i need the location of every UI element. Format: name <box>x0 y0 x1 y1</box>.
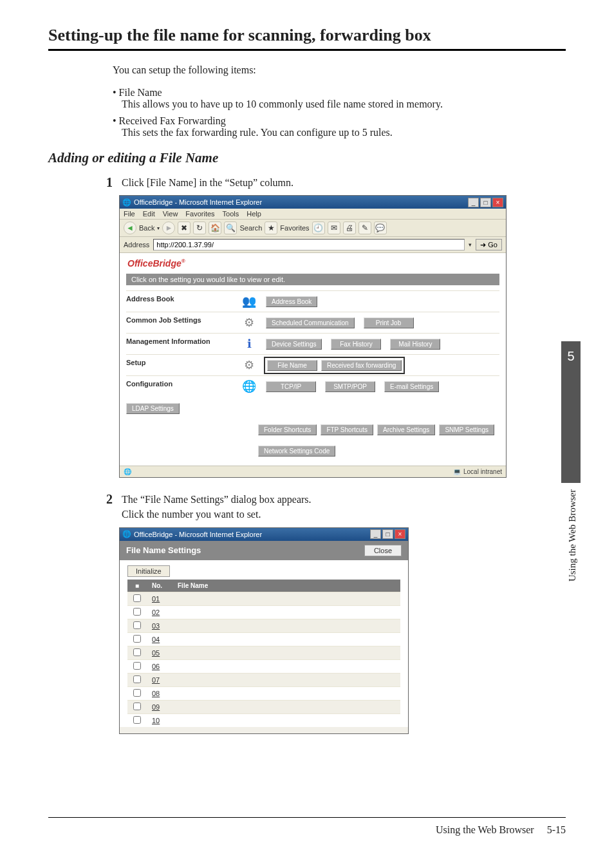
table-row: 03 <box>127 619 400 632</box>
maximize-button[interactable]: □ <box>382 529 393 539</box>
folder-shortcuts-button[interactable]: Folder Shortcuts <box>258 424 317 435</box>
favorites-icon[interactable]: ★ <box>265 222 277 234</box>
home-button[interactable]: 🏠 <box>209 222 221 234</box>
initialize-button[interactable]: Initialize <box>127 565 170 577</box>
fax-history-button[interactable]: Fax History <box>331 339 381 350</box>
menu-favorites[interactable]: Favorites <box>185 210 214 218</box>
address-book-button[interactable]: Address Book <box>266 296 317 307</box>
row-number-link[interactable]: 03 <box>147 619 172 632</box>
print-button[interactable]: 🖨 <box>343 222 356 234</box>
search-icon[interactable]: 🔍 <box>224 222 237 234</box>
refresh-button[interactable]: ↻ <box>193 222 206 234</box>
row-filename <box>172 592 400 605</box>
history-button[interactable]: 🕘 <box>312 222 325 234</box>
back-label: Back <box>139 224 154 232</box>
email-settings-button[interactable]: E-mail Settings <box>384 381 439 392</box>
row-filename <box>172 700 400 713</box>
row-checkbox[interactable] <box>133 675 141 683</box>
stop-button[interactable]: ✖ <box>178 222 191 234</box>
row-number-link[interactable]: 07 <box>147 673 172 686</box>
row-number-link[interactable]: 02 <box>147 605 172 619</box>
row-number-link[interactable]: 09 <box>147 700 172 713</box>
row-filename <box>172 713 400 727</box>
dialog-header: File Name Settings Close <box>120 541 408 560</box>
section-config: Configuration 🌐 TCP/IP SMTP/POP E-mail S… <box>126 375 499 459</box>
print-job-button[interactable]: Print Job <box>364 317 414 328</box>
row-number-link[interactable]: 10 <box>147 713 172 727</box>
tcpip-button[interactable]: TCP/IP <box>266 381 316 392</box>
row-checkbox[interactable] <box>133 594 141 602</box>
bullet-head: File Name <box>113 87 566 99</box>
col-filename: File Name <box>172 580 400 592</box>
back-button[interactable]: ◄ <box>124 222 136 234</box>
smtp-pop-button[interactable]: SMTP/POP <box>325 381 375 392</box>
close-dialog-button[interactable]: Close <box>364 545 402 556</box>
row-checkbox[interactable] <box>133 648 141 656</box>
brand-logo: OfficeBridge® <box>127 258 499 269</box>
subheading: Adding or editing a File Name <box>48 150 566 166</box>
minimize-button[interactable]: _ <box>468 198 479 207</box>
row-checkbox[interactable] <box>133 703 141 710</box>
close-button[interactable]: × <box>492 198 503 207</box>
menu-edit[interactable]: Edit <box>143 210 155 218</box>
row-number-link[interactable]: 06 <box>147 659 172 673</box>
row-checkbox[interactable] <box>133 608 141 616</box>
row-checkbox[interactable] <box>133 662 141 670</box>
device-settings-button[interactable]: Device Settings <box>266 339 322 350</box>
received-fax-fwd-button[interactable]: Received fax forwarding <box>321 360 402 371</box>
done-icon: 🌐 <box>124 468 131 475</box>
row-filename <box>172 673 400 686</box>
row-checkbox[interactable] <box>133 635 141 643</box>
section-address-book: Address Book 👥 Address Book <box>126 290 499 312</box>
info-icon: ℹ <box>241 336 257 352</box>
network-settings-code-button[interactable]: Network Settings Code <box>258 446 335 457</box>
forward-button[interactable]: ► <box>162 222 175 234</box>
ldap-settings-button[interactable]: LDAP Settings <box>126 403 180 414</box>
menu-help[interactable]: Help <box>247 210 261 218</box>
row-number-link[interactable]: 08 <box>147 686 172 700</box>
archive-settings-button[interactable]: Archive Settings <box>377 424 435 435</box>
favorites-label: Favorites <box>280 224 309 232</box>
menu-file[interactable]: File <box>124 210 135 218</box>
minimize-button[interactable]: _ <box>370 529 381 539</box>
ie-icon: 🌐 <box>122 198 131 207</box>
people-icon: 👥 <box>241 294 257 309</box>
snmp-settings-button[interactable]: SNMP Settings <box>439 424 494 435</box>
table-row: 08 <box>127 686 400 700</box>
discuss-button[interactable]: 💬 <box>374 222 387 234</box>
bullet-desc: This sets the fax forwarding rule. You c… <box>122 127 566 138</box>
mail-history-button[interactable]: Mail History <box>390 339 440 350</box>
file-name-table: ■ No. File Name 01020304050607080910 <box>127 580 400 727</box>
zone-icon: 💻 <box>453 468 461 475</box>
intro-text: You can setup the following items: <box>113 62 566 78</box>
row-checkbox[interactable] <box>133 689 141 697</box>
col-check[interactable]: ■ <box>127 580 147 592</box>
globe-icon: 🌐 <box>241 379 257 394</box>
ie-icon: 🌐 <box>122 530 131 538</box>
row-checkbox[interactable] <box>133 716 141 724</box>
titlebar: 🌐 OfficeBridge - Microsoft Internet Expl… <box>120 196 506 209</box>
address-input[interactable] <box>153 239 465 250</box>
close-button[interactable]: × <box>395 529 405 539</box>
table-row: 07 <box>127 673 400 686</box>
chapter-label: Using the Web Browser <box>567 489 578 581</box>
mail-button[interactable]: ✉ <box>328 222 340 234</box>
section-label: Common Job Settings <box>126 315 232 324</box>
row-filename <box>172 659 400 673</box>
go-button[interactable]: ➜ Go <box>476 239 502 250</box>
scheduled-comm-button[interactable]: Scheduled Communication <box>266 317 355 328</box>
search-label: Search <box>239 224 262 232</box>
row-number-link[interactable]: 01 <box>147 592 172 605</box>
menu-tools[interactable]: Tools <box>223 210 239 218</box>
dialog-window: 🌐 OfficeBridge - Microsoft Internet Expl… <box>119 527 409 734</box>
edit-button[interactable]: ✎ <box>358 222 371 234</box>
row-number-link[interactable]: 04 <box>147 632 172 646</box>
row-number-link[interactable]: 05 <box>147 646 172 659</box>
row-checkbox[interactable] <box>133 621 141 629</box>
table-row: 01 <box>127 592 400 605</box>
ftp-shortcuts-button[interactable]: FTP Shortcuts <box>321 424 373 435</box>
row-filename <box>172 605 400 619</box>
maximize-button[interactable]: □ <box>480 198 491 207</box>
file-name-button[interactable]: File Name <box>267 360 317 371</box>
menu-view[interactable]: View <box>163 210 178 218</box>
